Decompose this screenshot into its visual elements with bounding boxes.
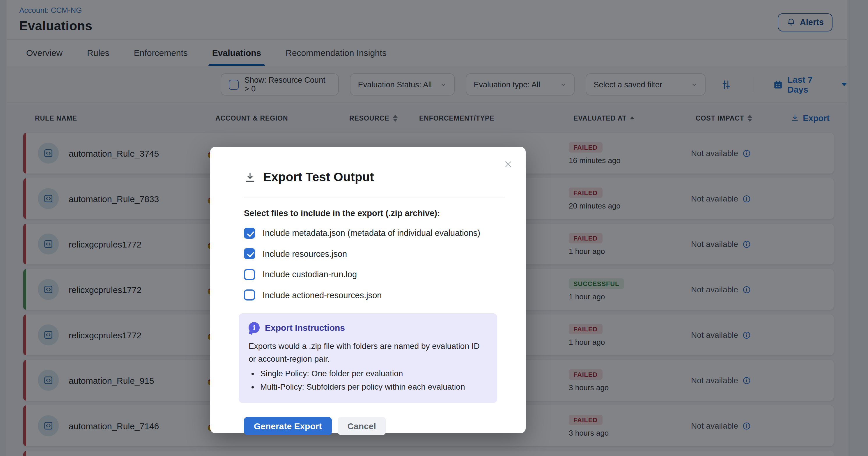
- app-root: Account: CCM-NG Evaluations Alerts Overv…: [0, 0, 868, 456]
- cancel-button[interactable]: Cancel: [337, 417, 386, 435]
- divider: [244, 197, 505, 197]
- checkbox-label: Include metadata.json (metadata of indiv…: [262, 228, 480, 238]
- export-instructions-panel: i Export Instructions Exports would a .z…: [239, 313, 497, 403]
- checkbox-icon[interactable]: [244, 290, 255, 301]
- checkbox-label: Include resources.json: [262, 249, 347, 258]
- instructions-title: Export Instructions: [265, 323, 345, 333]
- instructions-body: Exports would a .zip file with folders a…: [249, 339, 487, 366]
- checkbox-icon[interactable]: [244, 248, 255, 259]
- download-icon: [244, 171, 256, 183]
- checkbox-label: Include custodian-run.log: [262, 270, 357, 279]
- instruction-bullet: Multi-Policy: Subfolders per policy with…: [260, 380, 487, 394]
- checkbox-icon[interactable]: [244, 269, 255, 280]
- checkbox-icon[interactable]: [244, 227, 255, 239]
- generate-export-button[interactable]: Generate Export: [244, 417, 332, 435]
- export-file-checkbox[interactable]: Include resources.json: [244, 248, 515, 259]
- checkbox-label: Include actioned-resources.json: [262, 290, 382, 300]
- modal-title: Export Test Output: [263, 170, 374, 184]
- export-file-checkbox[interactable]: Include custodian-run.log: [244, 269, 515, 280]
- export-file-checkbox[interactable]: Include metadata.json (metadata of indiv…: [244, 227, 515, 239]
- close-icon[interactable]: [503, 159, 513, 169]
- export-modal: Export Test Output Select files to inclu…: [210, 147, 526, 433]
- export-file-checkbox[interactable]: Include actioned-resources.json: [244, 290, 515, 301]
- select-files-label: Select files to include in the export (.…: [244, 209, 515, 218]
- instructions-list: Single Policy: One folder per evaluation…: [260, 367, 487, 394]
- info-bubble-icon: i: [249, 322, 260, 333]
- instruction-bullet: Single Policy: One folder per evaluation: [260, 367, 487, 380]
